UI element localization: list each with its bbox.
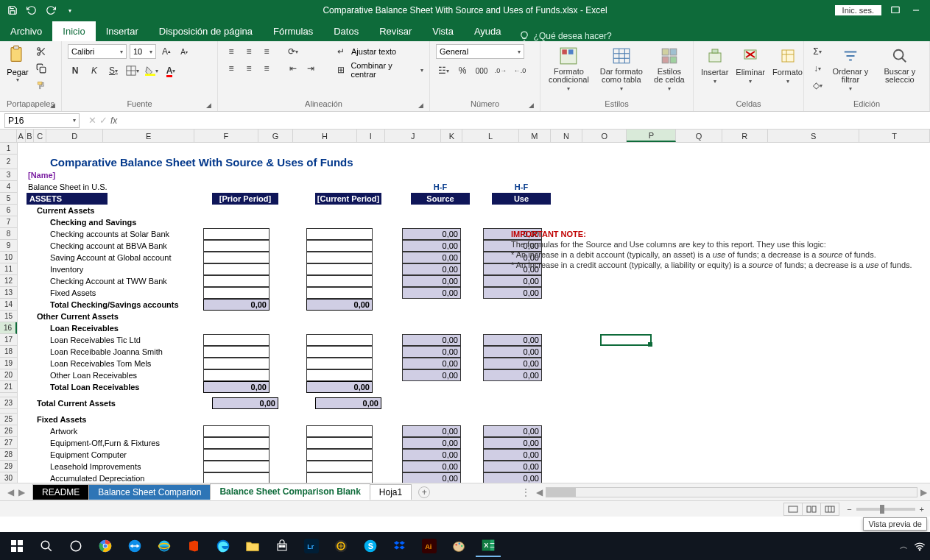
row-header[interactable]: 18 — [0, 346, 17, 358]
col-header[interactable]: G — [258, 130, 294, 142]
fill-color-icon[interactable]: ▾ — [144, 63, 159, 78]
spreadsheet-grid[interactable]: A B C D E F G H I J K L M N O P Q R S T … — [0, 130, 930, 483]
italic-button[interactable]: K — [87, 63, 102, 78]
row-header[interactable]: 30 — [0, 472, 17, 483]
row-header[interactable]: 14 — [0, 299, 17, 311]
sort-filter-button[interactable]: Ordenar y filtrar▾ — [829, 44, 872, 93]
align-center-icon[interactable]: ≡ — [242, 61, 256, 76]
launcher-icon[interactable]: ◢ — [50, 102, 55, 109]
format-table-button[interactable]: Dar formato como tabla▾ — [596, 44, 647, 93]
increase-font-icon[interactable]: A▴ — [159, 44, 174, 59]
add-sheet-button[interactable]: + — [418, 486, 430, 498]
undo-icon[interactable] — [25, 4, 38, 17]
save-icon[interactable] — [6, 4, 19, 17]
view-normal-icon[interactable] — [783, 503, 803, 516]
underline-button[interactable]: S ▾ — [106, 63, 121, 78]
tab-home[interactable]: Inicio — [52, 21, 95, 41]
row-header[interactable]: 26 — [0, 425, 17, 437]
dropbox-icon[interactable] — [387, 535, 412, 557]
row-header[interactable]: 7 — [0, 216, 17, 228]
name-box[interactable]: P16▾ — [4, 113, 80, 128]
borders-icon[interactable]: ▾ — [125, 63, 140, 78]
align-bottom-icon[interactable]: ≡ — [259, 44, 274, 59]
teamviewer-icon[interactable] — [122, 535, 147, 557]
autosum-icon[interactable]: Σ▾ — [810, 44, 825, 59]
paint-icon[interactable] — [446, 535, 471, 557]
format-cells-button[interactable]: Formato▾ — [771, 44, 804, 86]
row-header[interactable]: 5 — [0, 193, 17, 205]
font-size-select[interactable]: 10▾ — [130, 44, 156, 59]
col-header[interactable]: K — [441, 130, 462, 142]
accounting-icon[interactable]: ☳▾ — [436, 63, 451, 78]
store-icon[interactable] — [270, 535, 295, 557]
col-header[interactable]: B — [26, 130, 35, 142]
thousands-icon[interactable]: 000 — [474, 63, 489, 78]
launcher-icon[interactable]: ◢ — [529, 102, 534, 109]
col-header[interactable]: L — [462, 130, 519, 142]
col-header[interactable]: H — [293, 130, 356, 142]
format-painter-icon[interactable] — [34, 78, 49, 93]
find-select-button[interactable]: Buscar y seleccio — [876, 44, 923, 85]
conditional-format-button[interactable]: Formato condicional▾ — [546, 44, 591, 93]
paste-button[interactable]: Pegar ▾ — [6, 44, 29, 83]
col-header[interactable]: C — [34, 130, 46, 142]
accept-formula-icon[interactable]: ✓ — [99, 115, 108, 126]
tray-up-icon[interactable]: ︿ — [900, 541, 908, 552]
decrease-decimal-icon[interactable]: ←.0 — [512, 63, 527, 78]
font-color-icon[interactable]: A▾ — [163, 63, 178, 78]
merge-center-button[interactable]: ⊞Combinar y centrar▾ — [334, 61, 423, 79]
wrap-text-button[interactable]: ↵Ajustar texto — [334, 44, 423, 59]
tab-formulas[interactable]: Fórmulas — [263, 21, 323, 41]
col-header[interactable]: P — [627, 130, 676, 142]
cancel-formula-icon[interactable]: ✕ — [88, 115, 96, 126]
align-right-icon[interactable]: ≡ — [259, 61, 274, 76]
col-header[interactable]: R — [722, 130, 768, 142]
skype-icon[interactable]: S — [358, 535, 383, 557]
col-header[interactable]: O — [582, 130, 627, 142]
col-header[interactable]: S — [768, 130, 859, 142]
copy-icon[interactable] — [34, 61, 49, 76]
view-layout-icon[interactable] — [802, 503, 821, 516]
sheet-nav-next-icon[interactable]: ▶ — [18, 487, 25, 497]
horizontal-scrollbar[interactable]: ⋮ ◀ ▶ — [518, 487, 930, 497]
row-header[interactable]: 28 — [0, 449, 17, 461]
row-header[interactable]: 13 — [0, 287, 17, 299]
tab-review[interactable]: Revisar — [369, 21, 422, 41]
minimize-icon[interactable] — [909, 4, 923, 17]
increase-indent-icon[interactable]: ⇥ — [303, 61, 318, 76]
row-header[interactable]: 10 — [0, 252, 17, 263]
wifi-icon[interactable] — [914, 541, 926, 551]
fx-icon[interactable]: fx — [110, 116, 117, 126]
align-middle-icon[interactable]: ≡ — [242, 44, 256, 59]
row-header[interactable]: 27 — [0, 437, 17, 449]
col-header[interactable]: D — [46, 130, 103, 142]
sheet-nav-prev-icon[interactable]: ◀ — [7, 487, 14, 497]
launcher-icon[interactable]: ◢ — [206, 102, 211, 109]
edge-icon[interactable] — [211, 535, 236, 557]
search-icon[interactable] — [34, 535, 59, 557]
row-header[interactable]: 16 — [0, 322, 17, 334]
tab-data[interactable]: Datos — [323, 21, 369, 41]
decrease-indent-icon[interactable]: ⇤ — [286, 61, 300, 76]
cut-icon[interactable] — [34, 44, 49, 59]
row-header[interactable]: 23 — [0, 397, 17, 409]
col-header[interactable]: A — [17, 130, 26, 142]
row-header[interactable]: 6 — [0, 205, 17, 216]
row-header[interactable]: 9 — [0, 240, 17, 252]
col-header[interactable]: T — [859, 130, 930, 142]
select-all-corner[interactable] — [0, 130, 17, 142]
formula-input[interactable] — [124, 113, 930, 128]
row-header[interactable]: 4 — [0, 181, 17, 193]
col-header[interactable]: M — [519, 130, 551, 142]
row-header[interactable]: 12 — [0, 275, 17, 287]
row-header[interactable]: 19 — [0, 358, 17, 369]
col-header[interactable]: Q — [676, 130, 722, 142]
row-header[interactable]: 25 — [0, 414, 17, 425]
redo-icon[interactable] — [44, 4, 57, 17]
zoom-slider[interactable] — [856, 508, 915, 511]
tab-file[interactable]: Archivo — [0, 21, 52, 41]
row-header[interactable]: 21 — [0, 381, 17, 393]
office-icon[interactable] — [181, 535, 206, 557]
cell-styles-button[interactable]: Estilos de celda▾ — [652, 44, 687, 93]
col-header[interactable]: J — [385, 130, 442, 142]
